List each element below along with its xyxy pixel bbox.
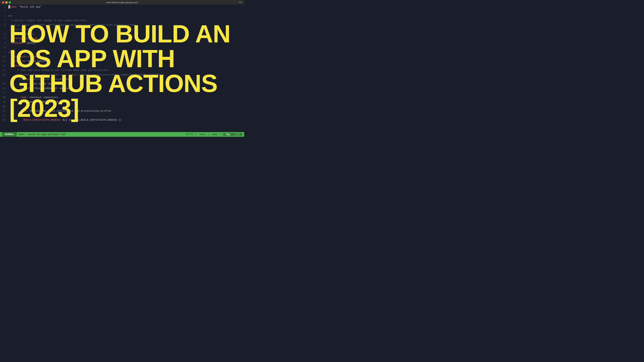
status-right: utf-8 | unix | yaml | Top 1:1 xyxy=(184,133,242,136)
code-line-4: 4 # e.g. https://codeewh.com/flow/build-… xyxy=(0,23,244,27)
shortcut-hint: ⌘# xyxy=(239,1,242,3)
status-bar: NORMAL main build-ios-app-spfexpert.yml … xyxy=(0,132,244,137)
code-line-13: 13 # this was more debug as was curious … xyxy=(0,68,244,72)
code-line-21: 21 - name: Install the Apple certificate… xyxy=(0,109,244,113)
minimize-button[interactable] xyxy=(5,1,8,3)
maximize-button[interactable] xyxy=(9,1,11,3)
code-line-4cont: # run workflow xyxy=(0,27,244,32)
status-separator2: | xyxy=(206,133,210,136)
code-line-11: 11 runs-on: macos-latest xyxy=(0,59,244,63)
close-button[interactable] xyxy=(2,1,4,3)
code-line-2: 2 on: xyxy=(0,14,244,18)
code-line-5: 5 # addat comment xyxy=(0,32,244,36)
status-mode: NORMAL xyxy=(2,132,17,137)
status-filename: build-ios-app-spfexpert.yml xyxy=(26,133,67,136)
status-top: Top xyxy=(223,133,232,136)
code-line-19: 19 uses: actions/checkout@v3 xyxy=(0,100,244,104)
code-line-1: 1 name: "Build iOS app" xyxy=(0,5,244,9)
code-line-3: 3 # manual trigger but change to any sup… xyxy=(0,18,244,23)
window-title: nvim build-ios-app-spfexpert.yml xyxy=(106,1,138,4)
editor[interactable]: HOW TO BUILD AN IOS APP WITH GITHUB ACTI… xyxy=(0,5,244,132)
traffic-lights xyxy=(2,1,11,3)
code-line-9: 9 jobs: xyxy=(0,50,244,54)
code-line-8: 8 xyxy=(0,45,244,50)
code-line-10: 10 build_with_signing: xyxy=(0,54,244,59)
code-line-15: 15 - name: check Xcode version xyxy=(0,82,244,86)
code-line-16: 16 run: /usr/bin/xcodebuild -version xyxy=(0,86,244,91)
status-separator3: | xyxy=(219,133,223,136)
status-encoding: utf-8 xyxy=(184,133,194,136)
status-position: 1:1 xyxy=(232,133,242,136)
code-line-18: 18 - name: checkout repository xyxy=(0,95,244,100)
code-line-7: 7 branches: [main] xyxy=(0,41,244,45)
code-line-20: 20 xyxy=(0,104,244,109)
code-line-22: 22 env: xyxy=(0,113,244,118)
code-line-14cont: .1/images/macos/macos-12-Readme.md xyxy=(0,77,244,82)
code-line-blank1: 1 xyxy=(0,9,244,14)
code-line-12: 12 steps: xyxy=(0,63,244,68)
status-filetype: yaml xyxy=(211,133,219,136)
status-branch: main xyxy=(17,133,26,136)
code-content: 1 name: "Build iOS app" 1 2 on: 3 # manu… xyxy=(0,5,244,122)
status-separator1: | xyxy=(194,133,198,136)
code-line-6: 6 workflow_dispatch: xyxy=(0,36,244,41)
title-bar: nvim build-ios-app-spfexpert.yml ⌘# xyxy=(0,0,244,5)
code-line-17: 17 xyxy=(0,91,244,95)
code-line-23: 23 BUILD_CERTIFICATE_BASE64: ${{ secrets… xyxy=(0,118,244,122)
status-lineending: unix xyxy=(198,133,206,136)
code-line-14: 14 # GitHub shares this online, e.g. htt… xyxy=(0,72,244,77)
